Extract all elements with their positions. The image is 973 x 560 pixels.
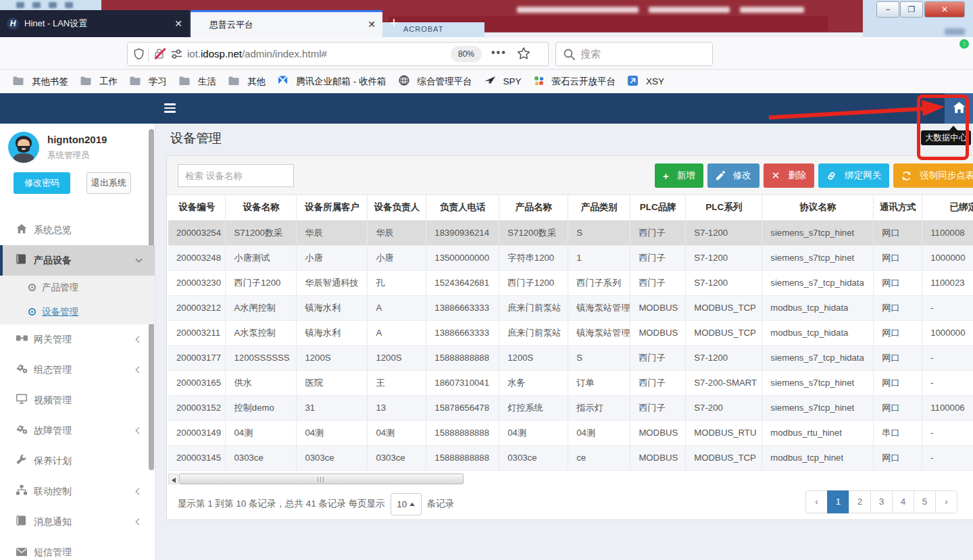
table-row[interactable]: 200003230西门子1200华辰智通科技孔15243642681西门子120… — [168, 270, 973, 295]
page-button-2[interactable]: 2 — [849, 490, 871, 513]
column-header[interactable]: 设备所属客户 — [297, 195, 368, 220]
column-header[interactable]: 通讯方式 — [874, 195, 922, 220]
globe-icon — [399, 75, 414, 88]
blurred-icon — [16, 2, 24, 8]
bookmark-item[interactable]: 生活 — [173, 73, 222, 91]
next-page-button[interactable]: › — [935, 490, 957, 513]
table-cell: 13886663333 — [426, 320, 499, 345]
bookmark-item[interactable]: 腾讯企业邮箱 - 收件箱 — [272, 73, 393, 91]
bookmark-item[interactable]: XSY — [622, 73, 670, 91]
table-header: 设备编号设备名称设备所属客户设备负责人负责人电话产品名称产品类别PLC品牌PLC… — [168, 195, 973, 220]
bookmark-item[interactable]: 工作 — [74, 73, 124, 91]
table-cell: 网口 — [874, 270, 922, 295]
column-header[interactable]: 设备编号 — [168, 195, 226, 220]
refresh-icon — [901, 171, 916, 181]
sidebar-subitem-产品管理[interactable]: 产品管理 — [0, 276, 155, 300]
ribbon-tab-acrobat[interactable]: ACROBAT — [403, 25, 443, 33]
page-actions-icon[interactable]: ••• — [491, 43, 507, 63]
table-row[interactable]: 200003254S71200数采华辰华辰18390936214S71200数采… — [168, 220, 973, 245]
table-cell: 西门子 — [630, 345, 686, 370]
sidebar-toggle-hamburger-icon[interactable] — [164, 103, 176, 113]
column-header[interactable]: PLC品牌 — [630, 195, 686, 220]
blurred-title-text — [740, 7, 804, 13]
change-password-button[interactable]: 修改密码 — [14, 172, 70, 194]
强制同步点表-button[interactable]: 强制同步点表 — [893, 163, 973, 188]
zoom-level-badge[interactable]: 80% — [451, 46, 482, 62]
restore-button[interactable]: ❐ — [900, 1, 923, 18]
column-header[interactable]: PLC系列 — [686, 195, 762, 220]
bookmark-item[interactable]: 其他 — [222, 73, 272, 91]
table-cell: 小唐 — [297, 245, 368, 270]
新增-button[interactable]: +新增 — [655, 163, 703, 188]
sidebar-item-产品设备[interactable]: 产品设备 — [0, 245, 155, 276]
page-button-4[interactable]: 4 — [892, 490, 914, 513]
bookmark-item[interactable]: 萤石云开放平台 — [528, 73, 622, 91]
bookmark-item[interactable]: 其他书签 — [7, 73, 74, 91]
tab-sipu-cloud[interactable]: 思普云平台 ✕ — [191, 10, 382, 37]
caret-up-icon — [409, 503, 415, 506]
chevron-left-icon — [136, 488, 143, 495]
bookmark-star-icon[interactable] — [517, 47, 530, 60]
table-row[interactable]: 20000314904测04测04测1588888888804测04测MODBU… — [168, 420, 973, 445]
page-button-1[interactable]: 1 — [827, 490, 849, 513]
table-row[interactable]: 200003152控制demo311315878656478灯控系统指示灯西门子… — [168, 395, 973, 420]
column-header[interactable]: 产品类别 — [568, 195, 630, 220]
sidebar-item-组态管理[interactable]: 组态管理 — [0, 355, 155, 385]
new-tab-button[interactable]: + — [385, 14, 403, 32]
column-header[interactable]: 设备负责人 — [368, 195, 426, 220]
sidebar-item-label: 系统总览 — [34, 224, 72, 235]
close-button[interactable]: ✕ — [924, 1, 965, 18]
table-row[interactable]: 2000031771200SSSSSS1200S1200S15888888888… — [168, 345, 973, 370]
tab-close-icon[interactable]: ✕ — [368, 12, 376, 37]
scroll-left-arrow[interactable] — [168, 474, 178, 484]
page-size-dropdown[interactable]: 10 — [391, 493, 422, 515]
bookmark-item[interactable]: 学习 — [124, 73, 173, 91]
bookmark-item[interactable]: SPY — [478, 73, 528, 91]
table-row[interactable]: 200003212A水闸控制镇海水利A13886663333庶来门前泵站镇海泵站… — [168, 295, 973, 320]
bookmark-item[interactable]: 综合管理平台 — [393, 73, 478, 91]
table-cell: 04测 — [499, 420, 568, 445]
table-cell: 200003254 — [168, 220, 226, 245]
url-bar[interactable]: iot.idosp.net/admin/index.html# 80% ••• — [127, 42, 549, 66]
table-cell: 王 — [368, 370, 426, 395]
sidebar-item-故障管理[interactable]: 故障管理 — [0, 415, 155, 446]
table-row[interactable]: 200003211A水泵控制镇海水利A13886663333庶来门前泵站镇海泵站… — [168, 320, 973, 345]
device-search-input[interactable] — [178, 164, 294, 187]
column-header[interactable]: 产品名称 — [499, 195, 568, 220]
sidebar-item-消息通知[interactable]: 消息通知 — [0, 507, 155, 537]
browser-search-box[interactable]: 搜索 — [555, 42, 713, 66]
permissions-icon[interactable] — [171, 49, 182, 59]
tab-hinet[interactable]: H Hinet - LAN设置 ✕ — [0, 10, 190, 37]
sidebar-item-联动控制[interactable]: 联动控制 — [0, 476, 155, 507]
column-header[interactable]: 负责人电话 — [426, 195, 499, 220]
page-button-5[interactable]: 5 — [914, 490, 936, 513]
sidebar-item-网关管理[interactable]: 网关管理 — [0, 324, 155, 355]
tencent-mail-icon — [278, 76, 292, 87]
sidebar-item-短信管理[interactable]: 短信管理 — [0, 537, 155, 560]
table-cell: 镇海泵站管理 — [568, 320, 630, 345]
sidebar-item-视频管理[interactable]: 视频管理 — [0, 385, 155, 415]
修改-button[interactable]: 修改 — [707, 163, 759, 188]
tab-close-icon[interactable]: ✕ — [174, 10, 182, 37]
prev-page-button[interactable]: ‹ — [805, 490, 828, 513]
table-cell: S — [568, 345, 630, 370]
scrollbar-thumb[interactable] — [179, 474, 464, 484]
sidebar-subitem-设备管理[interactable]: 设备管理 — [0, 300, 155, 324]
sidebar-item-保养计划[interactable]: 保养计划 — [0, 446, 155, 476]
table-row[interactable]: 200003165供水医院王18607310041水务订单西门子S7-200-S… — [168, 370, 973, 395]
table-cell: A — [368, 295, 426, 320]
minimize-button[interactable]: − — [876, 1, 899, 18]
insecure-lock-icon[interactable] — [154, 48, 165, 60]
sidebar-item-系统总览[interactable]: 系统总览 — [0, 215, 155, 245]
column-header[interactable]: 设备名称 — [226, 195, 297, 220]
folder-icon — [13, 76, 28, 87]
绑定网关-button[interactable]: 绑定网关 — [818, 163, 889, 188]
删除-button[interactable]: ✕删除 — [764, 163, 815, 188]
page-button-3[interactable]: 3 — [870, 490, 893, 513]
table-row[interactable]: 2000031450303ce0303ce0303ce1588888888803… — [168, 445, 973, 470]
logout-button[interactable]: 退出系统 — [86, 172, 131, 194]
column-header[interactable]: 已绑定网关 — [922, 195, 973, 220]
table-row[interactable]: 200003248小唐测试小唐小唐13500000000字符串12001西门子S… — [168, 245, 973, 270]
column-header[interactable]: 协议名称 — [762, 195, 874, 220]
table-cell: 网口 — [874, 245, 922, 270]
